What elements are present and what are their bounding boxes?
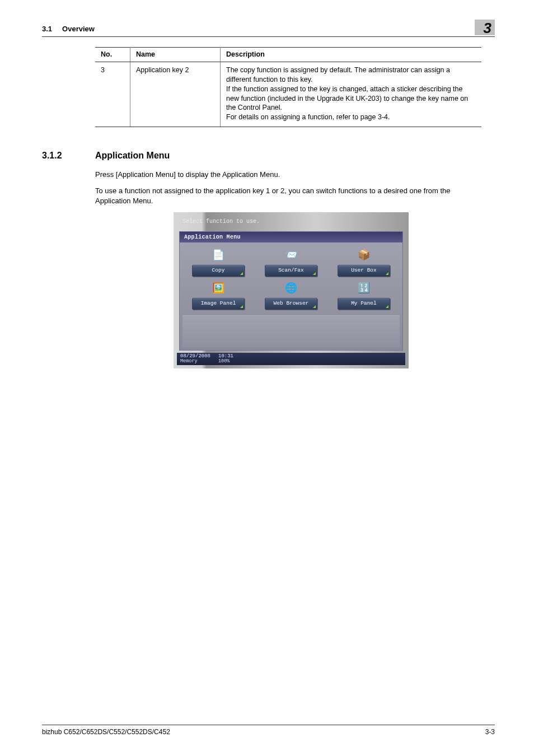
device-blank-area (182, 314, 400, 348)
table-cell-desc: The copy function is assigned by default… (221, 62, 482, 127)
menu-item-image-panel[interactable]: Image Panel (192, 298, 245, 310)
device-menu-grid: 📄 Copy 📨 Scan/Fax 📦 User Box 🖼️ (180, 242, 402, 314)
table-header-row: No. Name Description (95, 48, 481, 62)
running-header-secno: 3.1 (42, 25, 52, 33)
key-description-table: No. Name Description 3 Application key 2… (95, 47, 481, 127)
running-header-title: Overview (62, 25, 95, 33)
table-header-desc: Description (221, 48, 482, 62)
menu-item-copy[interactable]: Copy (192, 265, 245, 277)
menu-item-user-box[interactable]: User Box (338, 265, 390, 277)
user-box-icon: 📦 (355, 248, 372, 263)
device-status-memlabel: Memory (180, 359, 210, 364)
image-panel-icon: 🖼️ (210, 281, 227, 296)
device-panel-title: Application Menu (180, 232, 402, 243)
section-heading: 3.1.2 Application Menu (42, 150, 495, 162)
body-paragraph: To use a function not assigned to the ap… (95, 186, 487, 206)
table-cell-name: Application key 2 (130, 62, 221, 127)
device-screenshot: Select function to use. Application Menu… (174, 212, 409, 368)
page-footer: bizhub C652/C652DS/C552/C552DS/C452 3-3 (42, 725, 495, 736)
copy-icon: 📄 (210, 248, 227, 263)
device-status-bar: 08/29/2008 Memory 10:31 100% (177, 353, 405, 365)
my-panel-icon: 🔢 (355, 281, 372, 296)
menu-item-my-panel[interactable]: My Panel (338, 298, 390, 310)
section-title: Application Menu (95, 150, 170, 162)
page-header: 3.1Overview 3 (42, 20, 495, 37)
menu-item-web-browser[interactable]: Web Browser (265, 298, 317, 310)
table-header-name: Name (130, 48, 221, 62)
footer-model: bizhub C652/C652DS/C552/C552DS/C452 (42, 727, 170, 736)
menu-item-scan-fax[interactable]: Scan/Fax (265, 265, 317, 277)
device-status-time-mem: 10:31 100% (218, 354, 233, 364)
device-app-frame: Application Menu 📄 Copy 📨 Scan/Fax 📦 (179, 231, 403, 351)
scan-fax-icon: 📨 (283, 248, 299, 263)
table-header-no: No. (95, 48, 130, 62)
device-status-datetime: 08/29/2008 Memory (180, 354, 210, 364)
table-cell-no: 3 (95, 62, 130, 127)
device-hint-text: Select function to use. (177, 217, 405, 229)
body-paragraph: Press [Application Menu] to display the … (95, 170, 487, 180)
web-browser-icon: 🌐 (283, 281, 299, 296)
running-header-left: 3.1Overview (42, 20, 95, 34)
chapter-badge: 3 (475, 20, 495, 35)
device-status-memvalue: 100% (218, 359, 233, 364)
footer-page-number: 3-3 (485, 727, 495, 736)
section-number: 3.1.2 (42, 150, 95, 162)
table-row: 3 Application key 2 The copy function is… (95, 62, 481, 127)
